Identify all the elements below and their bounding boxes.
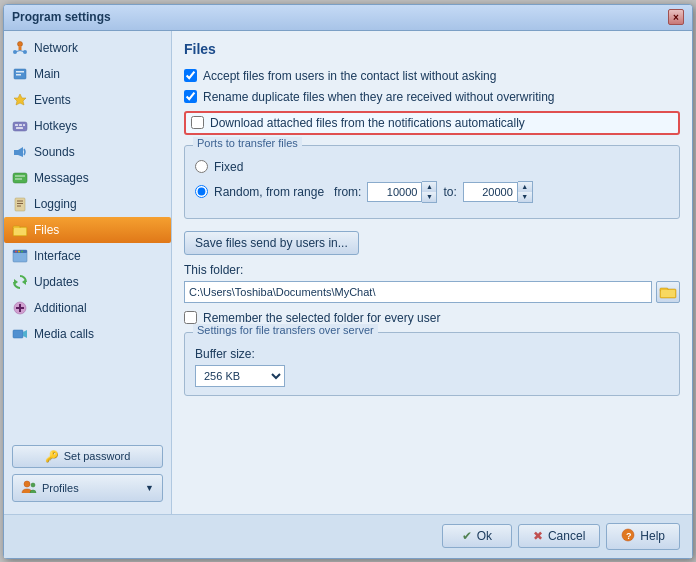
svg-point-31 [21,250,23,252]
to-up-button[interactable]: ▲ [518,182,532,192]
svg-rect-14 [16,127,23,129]
svg-rect-7 [16,71,24,73]
profiles-icon [21,479,37,497]
sidebar-item-events[interactable]: Events [4,87,171,113]
sidebar-item-updates[interactable]: Updates [4,269,171,295]
accept-files-row: Accept files from users in the contact l… [184,69,680,83]
svg-marker-9 [14,94,26,105]
sidebar-item-network[interactable]: Network [4,35,171,61]
svg-rect-10 [13,122,27,131]
svg-point-29 [15,250,17,252]
remember-folder-row: Remember the selected folder for every u… [184,311,680,325]
to-label: to: [443,185,456,199]
svg-marker-32 [22,279,26,285]
download-attached-label: Download attached files from the notific… [210,116,525,130]
from-input[interactable] [367,182,422,202]
random-radio[interactable] [195,185,208,198]
program-settings-dialog: Program settings × Network Main [3,4,693,559]
server-group-title: Settings for file transfers over server [193,324,378,336]
sidebar-item-media-calls-label: Media calls [34,327,94,341]
svg-rect-37 [13,330,23,338]
browse-folder-button[interactable] [656,281,680,303]
network-icon [12,40,28,56]
random-label: Random, from range [214,185,324,199]
to-down-button[interactable]: ▼ [518,192,532,202]
sidebar-item-hotkeys-label: Hotkeys [34,119,77,133]
to-input[interactable] [463,182,518,202]
title-bar: Program settings × [4,5,692,31]
sidebar: Network Main Events Hotkey [4,31,172,514]
buffer-size-select[interactable]: 256 KB [195,365,285,387]
svg-text:?: ? [626,530,632,540]
sidebar-item-sounds[interactable]: Sounds [4,139,171,165]
from-up-button[interactable]: ▲ [422,182,436,192]
updates-icon [12,274,28,290]
files-icon [12,222,28,238]
sidebar-item-hotkeys[interactable]: Hotkeys [4,113,171,139]
cancel-button[interactable]: ✖ Cancel [518,524,600,548]
interface-icon [12,248,28,264]
sidebar-item-media-calls[interactable]: Media calls [4,321,171,347]
cancel-icon: ✖ [533,529,543,543]
set-password-button[interactable]: 🔑 Set password [12,445,163,468]
svg-marker-33 [14,279,18,285]
svg-rect-11 [15,124,18,126]
sidebar-item-sounds-label: Sounds [34,145,75,159]
dialog-body: Network Main Events Hotkey [4,31,692,514]
ok-button[interactable]: ✔ Ok [442,524,512,548]
save-files-button[interactable]: Save files send by users in... [184,231,359,255]
sidebar-item-additional-label: Additional [34,301,87,315]
sidebar-item-messages[interactable]: Messages [4,165,171,191]
svg-point-40 [31,483,35,487]
rename-files-row: Rename duplicate files when they are rec… [184,90,680,104]
dialog-title: Program settings [12,10,111,24]
from-spinner: ▲ ▼ [367,181,437,203]
svg-point-39 [24,481,30,487]
from-down-button[interactable]: ▼ [422,192,436,202]
sidebar-item-logging[interactable]: Logging [4,191,171,217]
accept-files-checkbox[interactable] [184,69,197,82]
download-attached-checkbox[interactable] [191,116,204,129]
section-title: Files [184,41,680,59]
random-radio-row: Random, from range from: ▲ ▼ to: [195,181,669,203]
rename-files-checkbox[interactable] [184,90,197,103]
media-calls-icon [12,326,28,342]
additional-icon [12,300,28,316]
download-attached-row: Download attached files from the notific… [184,111,680,135]
sidebar-item-interface[interactable]: Interface [4,243,171,269]
svg-rect-12 [19,124,22,126]
sidebar-item-main-label: Main [34,67,60,81]
server-group-content: Buffer size: 256 KB [195,347,669,387]
svg-rect-8 [16,74,21,76]
sidebar-item-events-label: Events [34,93,71,107]
svg-marker-16 [18,147,23,157]
close-button[interactable]: × [668,9,684,25]
profiles-button[interactable]: Profiles ▼ [12,474,163,502]
sounds-icon [12,144,28,160]
remember-folder-checkbox[interactable] [184,311,197,324]
sidebar-item-additional[interactable]: Additional [4,295,171,321]
svg-rect-43 [661,290,675,297]
svg-rect-17 [13,173,27,183]
save-files-section: Save files send by users in... This fold… [184,231,680,325]
sidebar-item-updates-label: Updates [34,275,79,289]
range-inputs: from: ▲ ▼ to: [334,181,533,203]
svg-rect-15 [14,150,18,155]
svg-rect-20 [15,198,25,211]
events-icon [12,92,28,108]
main-icon [12,66,28,82]
sidebar-item-messages-label: Messages [34,171,89,185]
sidebar-item-main[interactable]: Main [4,61,171,87]
folder-input[interactable] [184,281,652,303]
fixed-radio[interactable] [195,160,208,173]
ok-icon: ✔ [462,529,472,543]
buffer-size-label: Buffer size: [195,347,669,361]
help-button[interactable]: ? Help [606,523,680,550]
to-spinner: ▲ ▼ [463,181,533,203]
ports-group: Ports to transfer files Fixed Random, fr… [184,145,680,219]
ports-group-content: Fixed Random, from range from: ▲ ▼ [195,160,669,203]
sidebar-item-files[interactable]: Files [4,217,171,243]
svg-marker-38 [23,330,27,338]
folder-row [184,281,680,303]
sidebar-item-interface-label: Interface [34,249,81,263]
